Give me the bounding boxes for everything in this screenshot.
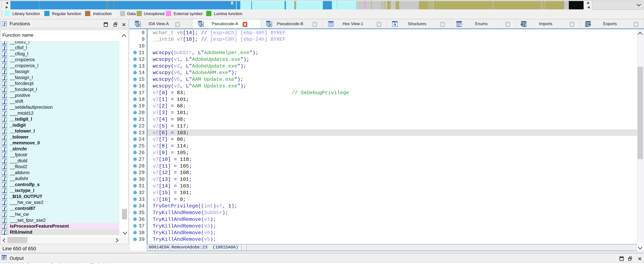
svg-text:A: A xyxy=(393,22,396,27)
